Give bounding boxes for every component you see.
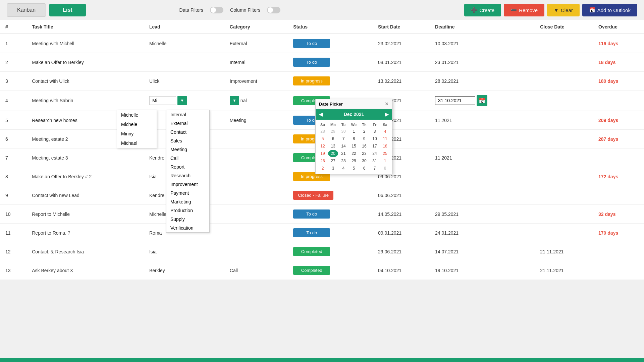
outlook-button[interactable]: 📅 Add to Outlook xyxy=(582,4,637,16)
calendar-day-cell[interactable]: 28 xyxy=(338,157,348,165)
col-header-close: Close Date xyxy=(535,20,593,34)
status-badge: To do xyxy=(293,228,330,237)
calendar-day-cell[interactable]: 15 xyxy=(349,142,359,150)
calendar-day-cell[interactable]: 31 xyxy=(370,157,380,165)
cell-overdue: 172 days xyxy=(593,167,644,186)
calendar-day-cell[interactable]: 3 xyxy=(328,165,338,172)
cat-option-verification[interactable]: Verification xyxy=(166,224,209,232)
calendar-week-row: 2345678 xyxy=(318,165,390,172)
cell-overdue: 180 days xyxy=(593,72,644,90)
cat-option-call[interactable]: Call xyxy=(166,154,209,163)
calendar-day-cell[interactable]: 8 xyxy=(349,135,359,142)
calendar-week-row: 2829301234 xyxy=(318,128,390,135)
day-header-sa: Sa xyxy=(380,122,390,128)
next-month-button[interactable]: ▶ xyxy=(385,112,389,117)
calendar-day-cell[interactable]: 7 xyxy=(370,165,380,172)
calendar-day-cell[interactable]: 8 xyxy=(380,165,390,172)
lead-dropdown-arrow[interactable]: ▼ xyxy=(177,96,187,105)
calendar-day-cell[interactable]: 7 xyxy=(338,135,348,142)
create-button[interactable]: ➕ Create xyxy=(464,4,501,16)
lead-option-minny[interactable]: Minny xyxy=(117,129,157,138)
cat-option-meeting[interactable]: Meeting xyxy=(166,145,209,154)
cell-start: 04.10.2021 xyxy=(373,261,430,280)
cat-option-production[interactable]: Production xyxy=(166,206,209,215)
calendar-open-button[interactable]: 📅 xyxy=(477,95,487,106)
table-row: 12 Contact, & Research Isia Isia Complet… xyxy=(0,242,644,261)
calendar-day-cell[interactable]: 16 xyxy=(359,142,369,150)
remove-button[interactable]: ➖ Remove xyxy=(504,4,544,16)
column-filters-toggle[interactable] xyxy=(267,7,280,13)
calendar-day-cell[interactable]: 24 xyxy=(370,150,380,157)
date-picker-close-button[interactable]: ✕ xyxy=(385,101,389,107)
status-badge: Completed xyxy=(293,247,330,256)
calendar-day-cell[interactable]: 12 xyxy=(318,142,328,150)
lead-option-michele[interactable]: Michele xyxy=(117,120,157,129)
cell-status: In progress xyxy=(288,72,373,90)
calendar-day-cell[interactable]: 20 xyxy=(328,150,338,157)
lead-option-michael[interactable]: Michael xyxy=(117,138,157,148)
calendar-day-cell[interactable]: 6 xyxy=(328,135,338,142)
cat-option-improvement[interactable]: Improvement xyxy=(166,180,209,189)
cat-option-marketing[interactable]: Marketing xyxy=(166,197,209,206)
cat-option-report[interactable]: Report xyxy=(166,163,209,171)
calendar-day-cell[interactable]: 11 xyxy=(380,135,390,142)
lead-option-michelle[interactable]: Michelle xyxy=(117,110,157,120)
calendar-day-cell[interactable]: 10 xyxy=(370,135,380,142)
cat-option-contact[interactable]: Contact xyxy=(166,128,209,136)
cat-option-internal[interactable]: Internal xyxy=(166,110,209,119)
calendar-day-cell[interactable]: 28 xyxy=(318,128,328,135)
calendar-day-cell[interactable]: 27 xyxy=(328,157,338,165)
calendar-day-cell[interactable]: 29 xyxy=(328,128,338,135)
calendar-day-cell[interactable]: 25 xyxy=(380,150,390,157)
kanban-button[interactable]: Kanban xyxy=(7,3,46,17)
calendar-day-cell[interactable]: 3 xyxy=(370,128,380,135)
clear-button[interactable]: ▼ Clear xyxy=(547,4,580,16)
cell-id: 7 xyxy=(0,148,26,167)
deadline-date-input[interactable] xyxy=(435,96,475,105)
calendar-day-cell[interactable]: 9 xyxy=(359,135,369,142)
calendar-day-cell[interactable]: 17 xyxy=(370,142,380,150)
calendar-day-cell[interactable]: 4 xyxy=(338,165,348,172)
calendar-day-cell[interactable]: 30 xyxy=(338,128,348,135)
cell-title: Meeting, estate 3 xyxy=(26,148,144,167)
status-badge: To do xyxy=(293,58,330,67)
calendar-day-cell[interactable]: 19 xyxy=(318,150,328,157)
calendar-day-cell[interactable]: 21 xyxy=(338,150,348,157)
cat-option-supply[interactable]: Supply xyxy=(166,215,209,224)
cell-status: To do xyxy=(288,53,373,72)
calendar-day-cell[interactable]: 26 xyxy=(318,157,328,165)
category-dropdown-arrow[interactable]: ▼ xyxy=(230,96,239,105)
cell-lead: Michelle xyxy=(144,34,224,53)
day-header-fr: Fr xyxy=(370,122,380,128)
calendar-day-cell[interactable]: 2 xyxy=(318,165,328,172)
list-button[interactable]: List xyxy=(49,4,86,16)
col-header-overdue: Overdue xyxy=(593,20,644,34)
calendar-day-cell[interactable]: 14 xyxy=(338,142,348,150)
calendar-day-cell[interactable]: 2 xyxy=(359,128,369,135)
calendar-day-cell[interactable]: 5 xyxy=(318,135,328,142)
data-filters-toggle[interactable] xyxy=(210,7,223,13)
calendar-day-cell[interactable]: 22 xyxy=(349,150,359,157)
calendar-day-cell[interactable]: 30 xyxy=(359,157,369,165)
calendar-day-cell[interactable]: 1 xyxy=(380,157,390,165)
cat-option-external[interactable]: External xyxy=(166,119,209,128)
calendar-day-cell[interactable]: 18 xyxy=(380,142,390,150)
cell-id: 9 xyxy=(0,186,26,205)
cell-status: Closed - Failure xyxy=(288,186,373,205)
lead-input[interactable] xyxy=(149,96,176,105)
col-header-status: Status xyxy=(288,20,373,34)
prev-month-button[interactable]: ◀ xyxy=(319,112,323,117)
cell-deadline: 28.02.2021 xyxy=(430,72,535,90)
calendar-day-cell[interactable]: 4 xyxy=(380,128,390,135)
calendar-day-cell[interactable]: 5 xyxy=(349,165,359,172)
cat-option-payment[interactable]: Payment xyxy=(166,189,209,197)
cat-option-sales[interactable]: Sales xyxy=(166,136,209,145)
calendar-day-cell[interactable]: 1 xyxy=(349,128,359,135)
cell-lead: ▼ xyxy=(144,90,224,111)
calendar-day-cell[interactable]: 13 xyxy=(328,142,338,150)
cat-option-research[interactable]: Research xyxy=(166,171,209,180)
calendar-day-cell[interactable]: 29 xyxy=(349,157,359,165)
calendar-day-cell[interactable]: 6 xyxy=(359,165,369,172)
calendar-day-cell[interactable]: 23 xyxy=(359,150,369,157)
cell-deadline: 📅 xyxy=(430,90,535,111)
